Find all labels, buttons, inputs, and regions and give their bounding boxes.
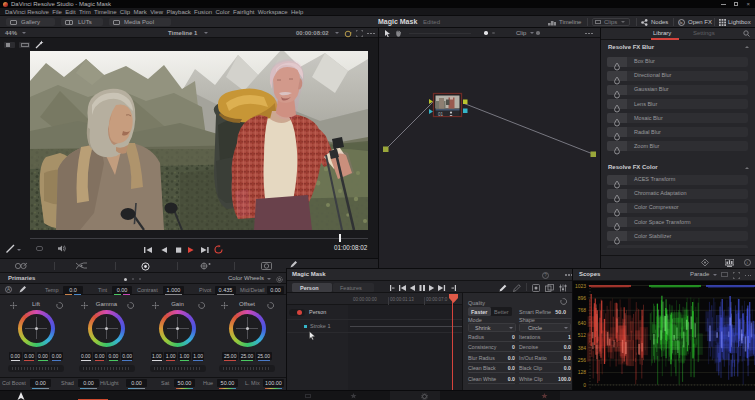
svg-text:512: 512 <box>578 332 587 338</box>
svg-text:896: 896 <box>578 295 587 301</box>
svg-text:256: 256 <box>578 357 587 363</box>
svg-text:i: i <box>747 260 749 265</box>
svg-text:01: 01 <box>438 112 444 117</box>
svg-text:1023: 1023 <box>575 283 586 289</box>
svg-text:?: ? <box>544 273 547 278</box>
svg-text:768: 768 <box>578 307 587 313</box>
svg-text:640: 640 <box>578 320 587 326</box>
svg-text:128: 128 <box>578 369 587 375</box>
svg-text:fx: fx <box>679 20 682 25</box>
svg-text:0: 0 <box>583 382 586 388</box>
svg-text:A: A <box>7 287 10 292</box>
svg-text:384: 384 <box>578 345 587 351</box>
